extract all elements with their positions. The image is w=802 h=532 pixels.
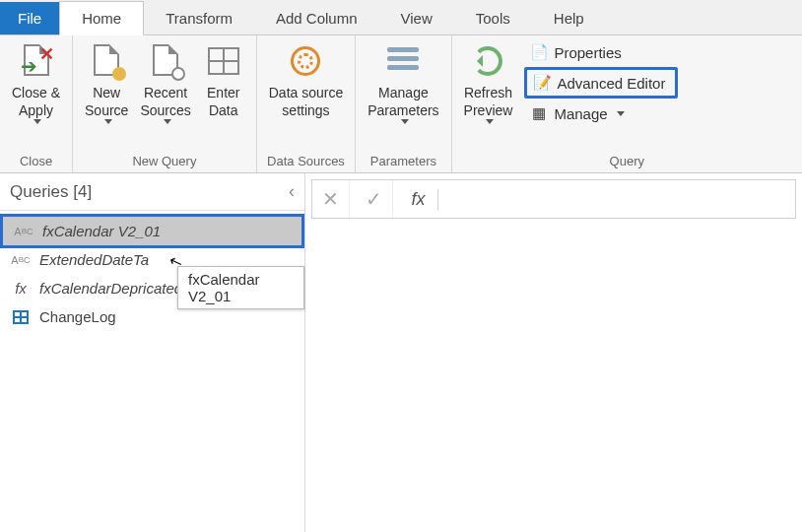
manage-parameters-button[interactable]: Manage Parameters — [362, 39, 444, 124]
dropdown-caret-icon — [486, 119, 494, 124]
group-label-query: Query — [458, 152, 796, 172]
group-label-data-sources: Data Sources — [263, 152, 349, 172]
group-query: Refresh Preview 📄 Properties 📝 Advanced … — [452, 35, 802, 172]
group-new-query: New Source Recent Sources Enter Data New… — [73, 35, 257, 172]
close-apply-button[interactable]: ✕➔ Close & Apply — [6, 39, 66, 124]
advanced-editor-label: Advanced Editor — [557, 75, 665, 92]
data-source-settings-icon — [288, 43, 323, 79]
tab-tools[interactable]: Tools — [454, 2, 532, 34]
query-tooltip: fxCalendar V2_01 — [177, 266, 304, 309]
collapse-pane-icon[interactable]: ‹ — [289, 181, 295, 202]
enter-data-icon — [206, 43, 241, 79]
formula-commit-button[interactable]: ✓ — [356, 180, 393, 218]
data-source-settings-button[interactable]: Data source settings — [263, 39, 349, 119]
query-item-label: fxCalendar V2_01 — [42, 223, 161, 239]
properties-button[interactable]: 📄 Properties — [524, 41, 678, 63]
group-parameters: Manage Parameters Parameters — [356, 35, 451, 172]
queries-header: Queries [4] ‹ — [0, 173, 304, 211]
group-label-close: Close — [6, 152, 66, 172]
group-label-parameters: Parameters — [362, 152, 444, 172]
workspace: Queries [4] ‹ ABC fxCalendar V2_01 ABC E… — [0, 173, 802, 532]
tab-strip: File Home Transform Add Column View Tool… — [0, 0, 802, 35]
table-icon — [10, 310, 32, 324]
tab-help[interactable]: Help — [532, 2, 606, 34]
formula-input[interactable] — [444, 180, 795, 218]
tab-add-column[interactable]: Add Column — [254, 2, 379, 34]
dropdown-caret-icon — [164, 119, 171, 124]
refresh-preview-button[interactable]: Refresh Preview — [458, 39, 519, 124]
function-icon: fx — [10, 280, 32, 297]
formula-cancel-button[interactable]: ✕ — [312, 180, 350, 218]
properties-label: Properties — [554, 44, 621, 61]
query-item-label: ExtendedDateTa — [39, 251, 149, 268]
advanced-editor-icon: 📝 — [533, 74, 551, 92]
refresh-icon — [470, 43, 505, 79]
group-close: ✕➔ Close & Apply Close — [0, 35, 73, 172]
properties-icon: 📄 — [530, 43, 548, 61]
manage-query-button[interactable]: ▦ Manage — [524, 102, 678, 124]
ribbon: ✕➔ Close & Apply Close New Source Recent… — [0, 35, 802, 173]
text-type-icon: ABC — [10, 255, 32, 265]
new-source-button[interactable]: New Source — [79, 39, 134, 124]
manage-icon: ▦ — [530, 104, 548, 122]
advanced-editor-button[interactable]: 📝 Advanced Editor — [524, 67, 678, 99]
text-type-icon: ABC — [13, 227, 34, 236]
tab-file[interactable]: File — [0, 2, 59, 34]
dropdown-caret-icon — [617, 111, 625, 116]
enter-data-button[interactable]: Enter Data — [197, 39, 250, 119]
recent-sources-icon — [148, 43, 183, 79]
close-apply-icon: ✕➔ — [19, 43, 54, 79]
manage-parameters-icon — [385, 43, 421, 79]
query-item-fxcalendar[interactable]: ABC fxCalendar V2_01 — [0, 214, 304, 248]
queries-title: Queries [4] — [10, 182, 92, 202]
new-source-icon — [89, 43, 124, 79]
query-item-label: ChangeLog — [39, 308, 116, 325]
queries-list: ABC fxCalendar V2_01 ABC ExtendedDateTa … — [0, 211, 304, 337]
queries-pane: Queries [4] ‹ ABC fxCalendar V2_01 ABC E… — [0, 173, 305, 532]
fx-icon[interactable]: fx — [399, 189, 438, 210]
tab-transform[interactable]: Transform — [144, 2, 254, 34]
group-data-sources: Data source settings Data Sources — [257, 35, 356, 172]
manage-label: Manage — [554, 105, 607, 122]
main-area: ✕ ✓ fx — [305, 173, 802, 532]
group-label-new-query: New Query — [79, 152, 250, 172]
dropdown-caret-icon — [33, 119, 41, 124]
formula-bar: ✕ ✓ fx — [311, 179, 796, 219]
tab-view[interactable]: View — [379, 2, 454, 34]
dropdown-caret-icon — [104, 119, 112, 124]
dropdown-caret-icon — [401, 119, 409, 124]
tab-home[interactable]: Home — [59, 1, 144, 35]
recent-sources-button[interactable]: Recent Sources — [134, 39, 196, 124]
